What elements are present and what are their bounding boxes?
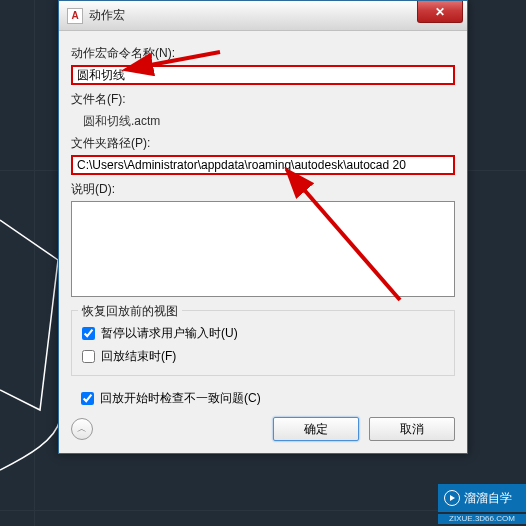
chevron-up-icon: ︿ <box>77 422 87 436</box>
watermark-text: 溜溜自学 <box>464 490 512 507</box>
description-textarea[interactable] <box>71 201 455 297</box>
dialog-body: 动作宏命令名称(N): 文件名(F): 圆和切线.actm 文件夹路径(P): … <box>59 31 467 453</box>
watermark-badge: 溜溜自学 <box>438 484 526 512</box>
watermark-url: ZIXUE.3D66.COM <box>438 514 526 524</box>
window-title: 动作宏 <box>89 7 125 24</box>
filename-value: 圆和切线.actm <box>71 111 455 129</box>
pause-checkbox-label: 暂停以请求用户输入时(U) <box>101 325 238 342</box>
folder-path-input[interactable] <box>71 155 455 175</box>
pause-checkbox[interactable] <box>82 327 95 340</box>
button-row: ︿ 确定 取消 <box>71 417 455 441</box>
check-inconsistency-row[interactable]: 回放开始时检查不一致问题(C) <box>81 390 455 407</box>
end-checkbox-row[interactable]: 回放结束时(F) <box>82 348 444 365</box>
autocad-app-icon: A <box>67 8 83 24</box>
pause-checkbox-row[interactable]: 暂停以请求用户输入时(U) <box>82 325 444 342</box>
expand-button[interactable]: ︿ <box>71 418 93 440</box>
action-macro-dialog: A 动作宏 ✕ 动作宏命令名称(N): 文件名(F): 圆和切线.actm 文件… <box>58 0 468 454</box>
description-label: 说明(D): <box>71 181 455 198</box>
close-icon: ✕ <box>435 5 445 19</box>
end-checkbox-label: 回放结束时(F) <box>101 348 176 365</box>
ok-button[interactable]: 确定 <box>273 417 359 441</box>
group-title: 恢复回放前的视图 <box>78 303 182 320</box>
play-icon <box>444 490 460 506</box>
command-name-input[interactable] <box>71 65 455 85</box>
folder-path-label: 文件夹路径(P): <box>71 135 455 152</box>
filename-label: 文件名(F): <box>71 91 455 108</box>
command-name-label: 动作宏命令名称(N): <box>71 45 455 62</box>
titlebar[interactable]: A 动作宏 ✕ <box>59 1 467 31</box>
check-inconsistency-checkbox[interactable] <box>81 392 94 405</box>
cancel-button[interactable]: 取消 <box>369 417 455 441</box>
restore-view-group: 恢复回放前的视图 暂停以请求用户输入时(U) 回放结束时(F) <box>71 310 455 376</box>
close-button[interactable]: ✕ <box>417 1 463 23</box>
end-checkbox[interactable] <box>82 350 95 363</box>
check-inconsistency-label: 回放开始时检查不一致问题(C) <box>100 390 261 407</box>
